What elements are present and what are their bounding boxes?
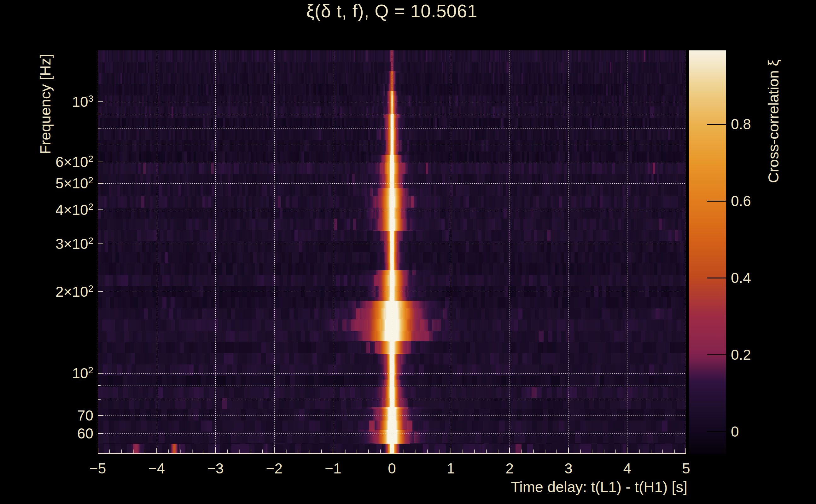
- y-tick-label: 103: [72, 93, 93, 110]
- plot-title: ξ(δ t, f), Q = 10.5061: [98, 1, 686, 21]
- x-tick-label: 2: [505, 460, 514, 477]
- colorbar-tick-label: 0.4: [731, 269, 751, 286]
- colorbar-tick-label: 0.8: [731, 116, 751, 133]
- x-axis-title: Time delay: t(L1) - t(H1) [s]: [511, 478, 687, 495]
- colorbar-tick: [707, 278, 726, 278]
- colorbar-tick: [707, 201, 726, 202]
- y-tick-label: 70: [77, 407, 93, 424]
- colorbar-tick: [707, 124, 726, 125]
- y-tick-label: 4×102: [55, 201, 93, 218]
- figure-root: ξ(δ t, f), Q = 10.5061 Frequency [Hz] 10…: [0, 0, 816, 504]
- x-tick-label: 1: [447, 460, 455, 477]
- y-tick-label: 6×102: [55, 153, 93, 170]
- x-tick-label: 3: [564, 460, 572, 477]
- colorbar-gradient: [689, 50, 726, 454]
- colorbar-tick-label: 0.2: [731, 346, 751, 363]
- colorbar-tick-label: 0: [731, 423, 739, 440]
- colorbar-title: Cross-correlation ξ: [765, 60, 782, 183]
- x-tick-label: 4: [624, 460, 632, 477]
- colorbar-tick: [707, 431, 726, 432]
- x-tick-label: 0: [388, 460, 396, 477]
- x-tick-label: 5: [682, 460, 690, 477]
- x-tick-label: −2: [266, 460, 283, 477]
- colorbar-tick-label: 0.6: [731, 192, 751, 209]
- colorbar-tick: [707, 354, 726, 355]
- x-tick-label: −1: [325, 460, 341, 477]
- x-tick-label: −5: [89, 460, 106, 477]
- y-tick-label: 60: [77, 425, 93, 442]
- spectrogram-heatmap: [98, 50, 686, 454]
- x-tick-label: −3: [207, 460, 224, 477]
- x-tick-label: −4: [148, 460, 164, 477]
- y-axis-title: Frequency [Hz]: [37, 54, 54, 154]
- y-tick-label: 3×102: [55, 235, 93, 252]
- y-tick-label: 5×102: [55, 175, 93, 192]
- y-tick-label: 102: [72, 365, 93, 382]
- y-tick-label: 2×102: [55, 283, 93, 300]
